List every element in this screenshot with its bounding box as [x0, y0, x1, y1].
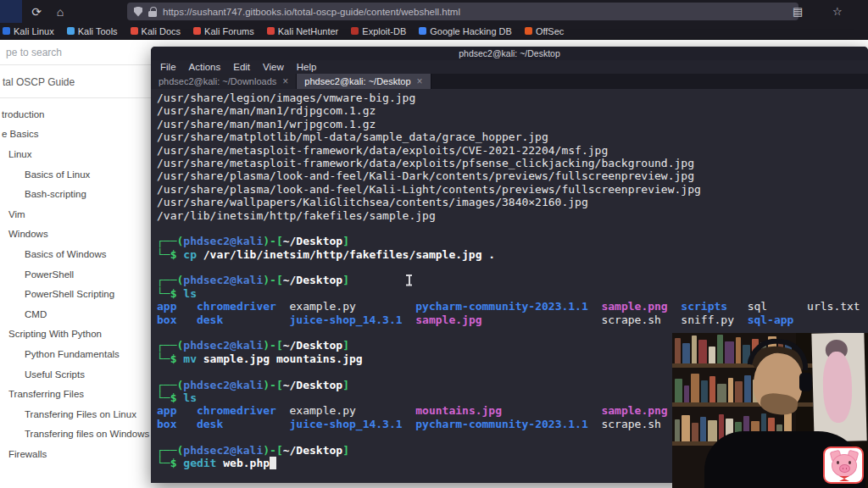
- sidebar-item[interactable]: Windows: [0, 225, 151, 245]
- terminal-line: /usr/share/man/man1/rdjpgcom.1.gz: [157, 104, 868, 117]
- terminal-text-segment: └─$: [157, 391, 183, 404]
- sidebar-item[interactable]: e Basics: [0, 125, 151, 145]
- bookmark-favicon: [267, 27, 275, 35]
- url-bar[interactable]: https://sushant747.gitbooks.io/total-osc…: [127, 3, 798, 20]
- tab-close-icon[interactable]: ×: [282, 75, 288, 87]
- terminal-text-segment: /usr/share/metasploit-framework/data/exp…: [157, 157, 694, 169]
- terminal-text-segment: mv: [183, 352, 197, 365]
- sidebar-item[interactable]: PowerShell: [0, 264, 151, 285]
- menu-item-view[interactable]: View: [263, 62, 284, 72]
- sidebar-item[interactable]: Bash-scripting: [0, 184, 151, 204]
- bookmark-label: Kali Tools: [78, 26, 118, 36]
- pig-eye-right: [849, 461, 851, 464]
- bookmark-item[interactable]: Google Hacking DB: [419, 26, 512, 36]
- bookmark-item[interactable]: Kali Tools: [67, 26, 118, 36]
- terminal-line: /usr/share/plasma/look-and-feel/Kali-Dar…: [157, 169, 868, 182]
- terminal-text-segment: ]: [342, 339, 349, 352]
- sidebar-item[interactable]: PowerShell Scripting: [0, 284, 151, 304]
- terminal-tab[interactable]: phdsec2@kali: ~/Downloads×: [151, 74, 297, 89]
- search-input[interactable]: pe to search: [0, 40, 151, 65]
- terminal-text-segment: chromedriver: [197, 404, 290, 417]
- guide-title[interactable]: tal OSCP Guide: [0, 65, 151, 98]
- sidebar-item[interactable]: Scripting With Python: [0, 324, 151, 345]
- webcam-poster: [811, 333, 866, 442]
- bookmark-label: Kali Docs: [142, 26, 181, 36]
- book-spine: [709, 347, 715, 363]
- terminal-text-segment: mountains.jpg: [415, 404, 601, 417]
- bookmark-item[interactable]: OffSec: [525, 26, 564, 36]
- menu-item-edit[interactable]: Edit: [233, 62, 250, 72]
- menu-item-file[interactable]: File: [160, 62, 176, 72]
- terminal-text-segment: ┌──(: [157, 444, 183, 457]
- terminal-line: ┌──(phdsec2@kali)-[~/Desktop]: [157, 274, 868, 286]
- bookmark-item[interactable]: Exploit-DB: [351, 26, 406, 36]
- terminal-text-segment: sample.jpg mountains.jpg: [197, 352, 363, 365]
- terminal-text-segment: scrape.sh: [601, 418, 681, 430]
- bookmark-item[interactable]: Kali Linux: [3, 26, 54, 36]
- terminal-text-segment: └─$: [157, 457, 183, 469]
- terminal-text-segment: phdsec2@kali: [183, 339, 263, 352]
- sidebar-item[interactable]: Transfering Files on Linux: [0, 404, 151, 424]
- sidebar-item[interactable]: Basics of Windows: [0, 244, 151, 264]
- headphone-earcup: [799, 373, 812, 391]
- sidebar-item[interactable]: Transferring Files: [0, 384, 151, 404]
- screen: ⟳ ⌂ https://sushant747.gitbooks.io/total…: [0, 0, 868, 488]
- terminal-menubar: FileActionsEditViewHelp: [151, 60, 868, 74]
- sidebar-item[interactable]: Vim: [0, 204, 151, 225]
- terminal-text-segment: )-[: [263, 444, 282, 457]
- bookmark-item[interactable]: Kali Docs: [131, 26, 181, 36]
- sidebar-item[interactable]: Useful Scripts: [0, 364, 151, 385]
- terminal-text-segment: sample.png: [601, 300, 681, 313]
- terminal-line: ┌──(phdsec2@kali)-[~/Desktop]: [157, 235, 868, 247]
- tab-close-icon[interactable]: ×: [417, 75, 423, 87]
- sidebar-item[interactable]: Basics of Linux: [0, 164, 151, 185]
- terminal-text-segment: desk: [197, 418, 290, 430]
- terminal-line: /usr/share/man/man1/wrjpgcom.1.gz: [157, 118, 868, 130]
- tracking-shield-icon[interactable]: [134, 7, 142, 17]
- bookmark-star-icon[interactable]: ☆: [832, 0, 843, 23]
- reader-mode-icon[interactable]: ▤: [793, 0, 803, 23]
- sidebar-item[interactable]: Firewalls: [0, 444, 151, 464]
- terminal-titlebar[interactable]: phdsec2@kali: ~/Desktop: [151, 47, 868, 60]
- book-spine: [744, 375, 751, 402]
- bookmark-item[interactable]: Kali NetHunter: [267, 26, 339, 36]
- pig-snout: [839, 464, 850, 473]
- terminal-text-segment: ls: [183, 287, 197, 300]
- bookmark-label: Kali Forums: [204, 26, 254, 36]
- poster-figure: [822, 352, 853, 424]
- terminal-text-segment: )-[: [263, 339, 282, 352]
- terminal-text-segment: ┌──(: [157, 235, 183, 247]
- refresh-button[interactable]: ⟳: [26, 0, 47, 23]
- terminal-text-segment: [270, 457, 276, 469]
- sidebar-item[interactable]: Transfering files on Windows: [0, 424, 151, 445]
- bookmark-item[interactable]: Kali Forums: [193, 26, 254, 36]
- menu-item-actions[interactable]: Actions: [189, 62, 221, 72]
- home-button[interactable]: ⌂: [50, 0, 70, 23]
- terminal-text-segment: )-[: [263, 274, 282, 286]
- terminal-text-segment: └─$: [157, 287, 183, 300]
- book-spine: [736, 337, 741, 363]
- terminal-line: /usr/share/metasploit-framework/data/exp…: [157, 157, 868, 169]
- gitbook-sidebar: pe to search tal OSCP Guide troductione …: [0, 40, 151, 488]
- sidebar-item[interactable]: Linux: [0, 144, 151, 164]
- terminal-text-segment: urls.txt: [807, 300, 860, 313]
- bookmark-favicon: [193, 27, 201, 35]
- sidebar-item[interactable]: troduction: [0, 104, 151, 125]
- lock-icon[interactable]: [148, 7, 157, 17]
- pig-face-icon: [832, 454, 857, 477]
- terminal-tabbar: phdsec2@kali: ~/Downloads×phdsec2@kali: …: [151, 74, 868, 89]
- terminal-text-segment: box: [157, 313, 197, 326]
- book-spine: [692, 336, 697, 363]
- sidebar-item[interactable]: Python Fundamentals: [0, 344, 151, 364]
- terminal-text-segment: phdsec2@kali: [183, 235, 263, 247]
- book-spine: [735, 381, 743, 402]
- terminal-tab[interactable]: phdsec2@kali: ~/Desktop×: [297, 74, 431, 89]
- terminal-line: /usr/share/wallpapers/KaliGlitchsea/cont…: [157, 196, 868, 208]
- sidebar-item[interactable]: CMD: [0, 304, 151, 324]
- terminal-text-segment: sql: [748, 300, 807, 313]
- menu-item-help[interactable]: Help: [297, 62, 317, 72]
- terminal-text-segment: /usr/share/metasploit-framework/data/exp…: [157, 144, 608, 157]
- url-text[interactable]: https://sushant747.gitbooks.io/total-osc…: [163, 7, 460, 17]
- bookmark-favicon: [3, 27, 10, 35]
- book-spine: [675, 419, 680, 441]
